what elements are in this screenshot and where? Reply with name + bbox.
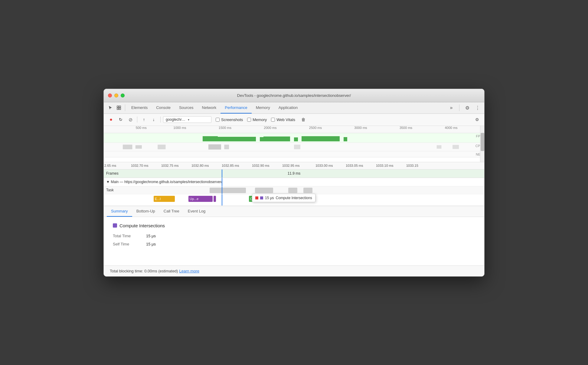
fps-bar-1	[203, 136, 218, 141]
tab-elements[interactable]: Elements	[127, 102, 152, 113]
url-chevron-icon: ▾	[188, 118, 209, 121]
total-time-row: Total Time 15 μs	[113, 234, 475, 238]
memory-checkbox[interactable]	[247, 118, 251, 122]
cursor-line	[222, 169, 222, 178]
svg-rect-4	[123, 144, 132, 149]
tab-console[interactable]: Console	[152, 102, 175, 113]
tooltip-color-purple	[260, 196, 263, 199]
url-selector[interactable]: googlechrome.github.i... ▾	[163, 116, 211, 123]
cpu-area	[104, 143, 484, 150]
fps-bar-6	[302, 136, 340, 141]
toolbar-sep-1	[137, 117, 137, 123]
screenshots-label: Screenshots	[221, 117, 243, 122]
screenshots-checkbox-label[interactable]: Screenshots	[216, 117, 243, 122]
tooltip-time: 15 μs	[265, 196, 274, 200]
tab-bottom-up[interactable]: Bottom-Up	[132, 206, 159, 217]
fps-bar-5	[294, 137, 298, 141]
zoomed-ruler: 2.65 ms 1032.70 ms 1032.75 ms 1032.80 ms…	[104, 162, 484, 169]
perf-settings-icon[interactable]: ⚙	[473, 115, 481, 124]
tab-call-tree-label: Call Tree	[164, 209, 179, 213]
web-vitals-checkbox[interactable]	[271, 118, 275, 122]
memory-checkbox-label[interactable]: Memory	[247, 117, 267, 122]
clear-button[interactable]: ⊘	[126, 115, 135, 124]
total-time-value: 15 μs	[146, 234, 156, 238]
time-mark-3: 1032.80 ms	[191, 164, 209, 167]
main-thread-label: ▼ Main — https://googlechrome.github.io/…	[106, 180, 222, 184]
tab-call-tree[interactable]: Call Tree	[159, 206, 184, 217]
tab-event-log[interactable]: Event Log	[184, 206, 210, 217]
ruler-mark-3500: 3500 ms	[400, 126, 412, 130]
time-mark-10: 1033.15	[406, 164, 418, 167]
titlebar: DevTools - googlechrome.github.io/sample…	[104, 89, 484, 102]
ruler-mark-1500: 1500 ms	[219, 126, 231, 130]
event-small-purple[interactable]	[214, 196, 216, 202]
tab-sources[interactable]: Sources	[175, 102, 198, 113]
svg-rect-9	[294, 144, 300, 149]
fullscreen-button[interactable]	[121, 94, 125, 97]
settings-icon[interactable]: ⚙	[463, 104, 472, 112]
event-upe[interactable]: Up...e	[188, 196, 213, 202]
frames-row: Frames 11.9 ms	[104, 169, 484, 178]
ruler-mark-2500: 2500 ms	[309, 126, 322, 130]
ruler-mark-3000: 3000 ms	[354, 126, 367, 130]
upload-button[interactable]: ↑	[140, 115, 148, 124]
learn-more-link[interactable]: Learn more	[179, 269, 199, 273]
time-mark-2: 1032.75 ms	[161, 164, 178, 167]
scrollbar-thumb[interactable]	[481, 133, 484, 151]
cursor-icon[interactable]	[106, 104, 115, 112]
close-button[interactable]	[108, 94, 112, 97]
ruler-mark-4000: 4000 ms	[445, 126, 457, 130]
reload-button[interactable]: ↻	[116, 115, 125, 124]
event-el[interactable]: E...l	[154, 196, 175, 202]
task-row: Task	[104, 186, 484, 194]
record-button[interactable]: ●	[107, 115, 115, 124]
main-thread-row: ▼ Main — https://googlechrome.github.io/…	[104, 178, 484, 186]
svg-rect-10	[437, 145, 442, 149]
tab-application[interactable]: Application	[274, 102, 302, 113]
minimize-button[interactable]	[114, 94, 118, 97]
web-vitals-checkbox-label[interactable]: Web Vitals	[271, 117, 295, 122]
ruler-mark-1000: 1000 ms	[173, 126, 186, 130]
memory-label: Memory	[253, 117, 267, 122]
url-text: googlechrome.github.i...	[166, 117, 187, 122]
svg-rect-0	[117, 106, 119, 107]
tab-separator	[125, 104, 125, 111]
download-button[interactable]: ↓	[149, 115, 158, 124]
tab-event-log-label: Event Log	[188, 209, 206, 213]
cpu-svg	[104, 143, 484, 150]
layers-icon[interactable]	[115, 104, 123, 112]
tab-performance[interactable]: Performance	[220, 102, 251, 113]
kebab-menu-icon[interactable]: ⋮	[473, 104, 482, 112]
tabs-right: » ⚙ ⋮	[447, 104, 482, 112]
performance-toolbar: ● ↻ ⊘ ↑ ↓ googlechrome.github.i... ▾ Scr…	[104, 114, 484, 126]
svg-rect-7	[208, 144, 221, 149]
more-tabs-icon[interactable]: »	[447, 104, 456, 112]
footer-bar: Total blocking time: 0.00ms (estimated) …	[104, 265, 484, 276]
svg-rect-8	[224, 144, 229, 149]
event-el-label: E...l	[155, 197, 161, 201]
window-title: DevTools - googlechrome.github.io/sample…	[237, 93, 351, 98]
timeline-scrollbar[interactable]	[480, 126, 484, 162]
toolbar-checkboxes: Screenshots Memory Web Vitals 🗑	[216, 117, 305, 122]
bottom-tabs-bar: Summary Bottom-Up Call Tree Event Log	[104, 206, 484, 217]
fps-bar-2	[218, 137, 256, 141]
tab-memory[interactable]: Memory	[252, 102, 274, 113]
summary-color-icon	[113, 223, 117, 228]
task-label: Task	[106, 188, 114, 192]
tab-summary[interactable]: Summary	[107, 206, 132, 217]
screenshots-checkbox[interactable]	[216, 118, 220, 122]
net-row: NET	[104, 151, 484, 157]
toolbar-sep-2	[160, 117, 161, 123]
fps-bar-3	[260, 137, 264, 141]
footer-text: Total blocking time: 0.00ms (estimated)	[110, 269, 178, 273]
tab-network[interactable]: Network	[198, 102, 221, 113]
overview-timeline: 500 ms 1000 ms 1500 ms 2000 ms 2500 ms 3…	[104, 126, 484, 162]
delete-icon[interactable]: 🗑	[301, 117, 305, 122]
self-time-row: Self Time 15 μs	[113, 242, 475, 246]
cursor-line-task	[222, 186, 222, 194]
task-bar-3	[288, 188, 297, 193]
time-mark-4: 1032.85 ms	[222, 164, 239, 167]
tooltip-label: Compute Intersections	[276, 196, 312, 200]
time-mark-5: 1032.90 ms	[252, 164, 269, 167]
events-row[interactable]: E...l Up...e Co...rs 15 μs Compute Inter…	[104, 194, 484, 206]
